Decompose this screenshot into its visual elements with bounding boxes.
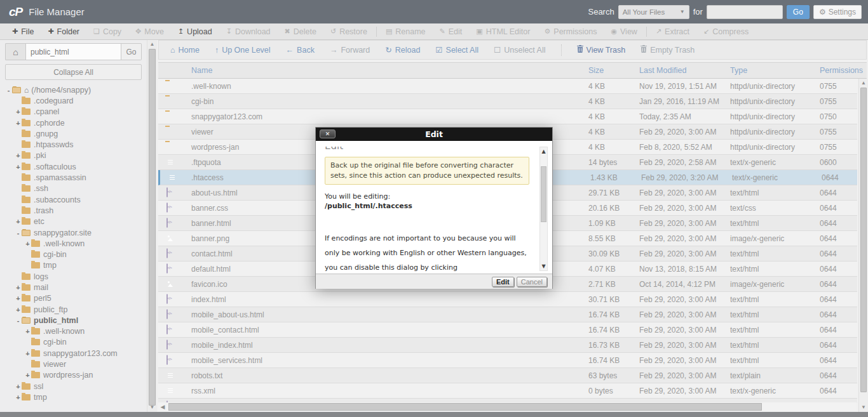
collapse-all-button[interactable]: Collapse All xyxy=(5,64,142,80)
search-scope-select[interactable]: All Your Files ▼ xyxy=(618,5,689,19)
tree-item-etc[interactable]: +etc xyxy=(0,216,147,227)
tree-item-snappygator.site[interactable]: -snappygator.site xyxy=(0,227,147,238)
scroll-up-icon[interactable]: ▲ xyxy=(147,41,157,48)
nav-item-select-all[interactable]: ☑Select All xyxy=(435,45,478,55)
tree-item-logs[interactable]: logs xyxy=(0,271,147,282)
tree-item-tmp[interactable]: +tmp xyxy=(0,392,147,402)
toolbar-item-file[interactable]: ✚File xyxy=(5,23,41,39)
nav-item-home[interactable]: ⌂Home xyxy=(170,46,200,55)
search-input[interactable] xyxy=(707,5,783,19)
expand-icon[interactable]: + xyxy=(24,240,31,248)
nav-item-back[interactable]: ←Back xyxy=(286,46,315,55)
table-hscroll-thumb[interactable] xyxy=(168,403,762,411)
file-name[interactable]: banner.css xyxy=(191,204,228,213)
tree-item-publichtml[interactable]: -public_html xyxy=(0,315,147,326)
table-row[interactable]: mobile_about-us.html16.74 KBFeb 29, 2020… xyxy=(158,307,857,322)
nav-item-empty-trash[interactable]: Empty Trash xyxy=(641,45,695,55)
tree-item-publicftp[interactable]: +public_ftp xyxy=(0,304,147,315)
tree-item-.ssh[interactable]: .ssh xyxy=(0,183,147,194)
tree-item-.cphorde[interactable]: +.cphorde xyxy=(0,117,147,128)
table-row[interactable]: index.html30.71 KBFeb 29, 2020, 3:00 AMt… xyxy=(158,292,857,307)
tree-item-.gnupg[interactable]: .gnupg xyxy=(0,128,147,139)
file-name[interactable]: rss.xml xyxy=(191,387,215,395)
file-name[interactable]: about-us.html xyxy=(191,189,238,197)
nav-item-forward[interactable]: →Forward xyxy=(330,46,370,55)
table-row[interactable]: mobile_index.html16.73 KBFeb 29, 2020, 3… xyxy=(158,338,857,353)
file-name[interactable]: snappygator123.com xyxy=(191,112,262,121)
path-go-button[interactable]: Go xyxy=(121,43,142,60)
expand-icon[interactable]: + xyxy=(15,119,22,127)
tree-item-.cpanel[interactable]: +.cpanel xyxy=(0,107,147,117)
tree-item-.subaccounts[interactable]: .subaccounts xyxy=(0,194,147,205)
scroll-down-icon[interactable]: ▼ xyxy=(540,263,547,269)
expand-icon[interactable]: + xyxy=(15,218,22,225)
dialog-scroll-thumb[interactable] xyxy=(541,166,546,222)
tree-item-.trash[interactable]: .trash xyxy=(0,205,147,216)
file-name[interactable]: mobile_index.html xyxy=(191,341,253,350)
scroll-left-icon[interactable]: ◀ xyxy=(158,402,167,411)
tree-item-cgi-bin[interactable]: cgi-bin xyxy=(0,249,147,260)
toolbar-item-folder[interactable]: ✚Folder xyxy=(41,23,86,39)
collapse-icon[interactable]: - xyxy=(15,229,22,237)
sidebar-scrollbar[interactable]: ▲ ▼ xyxy=(147,40,157,412)
tree-item-viewer[interactable]: viewer xyxy=(0,359,147,369)
expand-icon[interactable]: + xyxy=(15,306,22,314)
expand-icon[interactable]: + xyxy=(15,284,22,291)
expand-icon[interactable]: + xyxy=(24,350,31,357)
table-row[interactable]: snappygator123.com4 KBToday, 2:35 AMhttp… xyxy=(158,109,857,124)
file-name[interactable]: cgi-bin xyxy=(191,97,214,106)
expand-icon[interactable]: + xyxy=(24,371,31,379)
expand-icon[interactable]: + xyxy=(24,328,31,335)
tree-item-snappygator123.com[interactable]: +snappygator123.com xyxy=(0,348,147,359)
column-header-type[interactable]: Type xyxy=(730,66,747,75)
column-header-last-modified[interactable]: Last Modified xyxy=(639,66,686,75)
dialog-close-button[interactable]: ✕ xyxy=(320,129,336,138)
table-row[interactable]: robots.txt63 bytesFeb 29, 2020, 3:00 AMt… xyxy=(158,368,857,383)
expand-icon[interactable]: + xyxy=(15,383,22,390)
tree-item-mail[interactable]: +mail xyxy=(0,282,147,293)
expand-icon[interactable]: + xyxy=(15,152,22,159)
tree-item-wordpress-jan[interactable]: +wordpress-jan xyxy=(0,370,147,381)
file-name[interactable]: default.html xyxy=(191,265,231,274)
tree-item-.well-known[interactable]: +.well-known xyxy=(0,326,147,337)
file-name[interactable]: wordpress-jan xyxy=(191,143,239,152)
collapse-icon[interactable]: - xyxy=(5,86,12,94)
table-row[interactable]: mobile_services.html16.74 KBFeb 29, 2020… xyxy=(158,353,857,368)
settings-button[interactable]: ⚙ Settings xyxy=(813,5,862,19)
expand-icon[interactable]: + xyxy=(15,108,22,116)
file-name[interactable]: banner.html xyxy=(191,219,231,228)
scroll-down-icon[interactable]: ▼ xyxy=(147,404,157,411)
table-scrollbar-vertical[interactable]: ▲ ▼ xyxy=(858,79,868,412)
tree-item-cgi-bin[interactable]: cgi-bin xyxy=(0,337,147,348)
expand-icon[interactable]: + xyxy=(15,295,22,302)
column-header-permissions[interactable]: Permissions xyxy=(820,66,863,75)
tree-item-perl5[interactable]: +perl5 xyxy=(0,293,147,304)
nav-item-reload[interactable]: ↻Reload xyxy=(385,45,420,55)
tree-item-ssl[interactable]: +ssl xyxy=(0,381,147,392)
file-name[interactable]: index.html xyxy=(191,295,226,304)
table-scrollbar-horizontal[interactable]: ◀ xyxy=(158,402,857,411)
file-name[interactable]: mobile_services.html xyxy=(191,356,262,365)
scroll-down-icon[interactable]: ▼ xyxy=(859,404,868,411)
table-scroll-thumb[interactable] xyxy=(860,88,867,392)
toolbar-item-upload[interactable]: ↥Upload xyxy=(171,23,219,39)
file-name[interactable]: mobile_contact.html xyxy=(191,326,259,334)
file-name[interactable]: .htaccess xyxy=(191,173,224,182)
table-row[interactable]: cgi-bin4 KBJan 29, 2016, 11:19 AMhttpd/u… xyxy=(158,94,857,109)
path-input[interactable] xyxy=(25,43,121,60)
dialog-cancel-button[interactable]: Cancel xyxy=(517,277,547,287)
sidebar-scroll-thumb[interactable] xyxy=(149,49,156,406)
tree-item-.pki[interactable]: +.pki xyxy=(0,150,147,161)
table-row[interactable]: mobile_contact.html16.74 KBFeb 29, 2020,… xyxy=(158,322,857,338)
file-name[interactable]: .ftpquota xyxy=(191,158,221,167)
expand-icon[interactable]: + xyxy=(15,163,22,171)
table-row[interactable]: rss.xml0 bytesFeb 29, 2020, 3:00 AMtext/… xyxy=(158,383,857,399)
expand-icon[interactable]: + xyxy=(15,394,22,401)
tree-item-.spamassassin[interactable]: .spamassassin xyxy=(0,172,147,183)
tree-item-tmp[interactable]: tmp xyxy=(0,260,147,271)
nav-item-up-one-level[interactable]: ↑Up One Level xyxy=(215,46,271,55)
file-name[interactable]: viewer xyxy=(191,128,214,136)
tree-item-.codeguard[interactable]: .codeguard xyxy=(0,95,147,106)
file-name[interactable]: .well-known xyxy=(191,82,231,91)
file-name[interactable]: favicon.ico xyxy=(191,280,227,289)
